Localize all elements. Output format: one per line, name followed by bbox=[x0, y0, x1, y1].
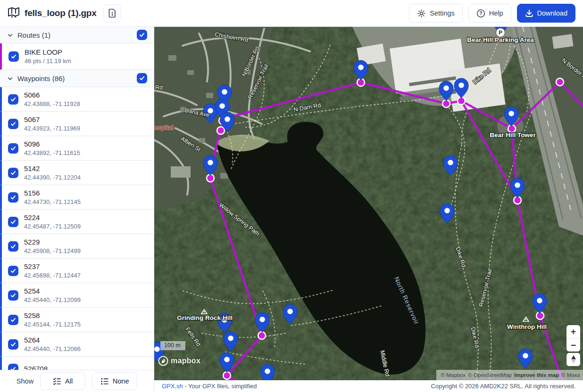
map-canvas[interactable]: PChisholm RdDana AveN Border RdReservoir… bbox=[154, 27, 583, 380]
mapbox-wordmark: mapbox bbox=[171, 357, 200, 365]
route-point-dot[interactable] bbox=[217, 127, 225, 134]
waypoint-row[interactable]: 509642.43892, -71.11615 bbox=[0, 136, 154, 161]
select-none-label: None bbox=[113, 377, 129, 385]
waypoint-coords: 42.45487, -71.12509 bbox=[24, 223, 81, 230]
waypoint-checkbox[interactable] bbox=[8, 241, 18, 252]
select-none-button[interactable]: None bbox=[92, 372, 137, 390]
waypoint-checkbox[interactable] bbox=[8, 94, 18, 105]
app-brand: fells_loop (1).gpx bbox=[8, 7, 97, 20]
waypoint-coords: 42.45698, -71.12447 bbox=[24, 272, 81, 279]
waypoint-checkbox[interactable] bbox=[8, 315, 18, 325]
help-icon: ? bbox=[476, 9, 485, 18]
waypoint-row[interactable]: 526708 bbox=[0, 357, 154, 370]
sidebar: Routes (1) BIKE LOOP 46 pts / 11.19 km W… bbox=[0, 27, 154, 392]
improve-map-link[interactable]: Improve this map bbox=[514, 372, 559, 378]
waypoint-coords: 42.45144, -71.12175 bbox=[24, 321, 81, 328]
waypoint-pin[interactable] bbox=[260, 364, 275, 380]
settings-label: Settings bbox=[430, 9, 454, 17]
top-bar-actions: Settings ? Help Download bbox=[409, 4, 575, 23]
route-checkbox[interactable] bbox=[8, 51, 19, 62]
map-label: Winthrop Hill bbox=[507, 323, 547, 330]
route-point-dot[interactable] bbox=[223, 372, 231, 379]
waypoint-checkbox[interactable] bbox=[8, 364, 18, 370]
chevron-down-icon[interactable] bbox=[7, 75, 13, 82]
mapbox-logo[interactable]: mapbox bbox=[158, 356, 200, 366]
waypoint-coords: 42.44390, -71.12204 bbox=[24, 174, 81, 181]
routes-header-label: Routes (1) bbox=[17, 31, 50, 39]
waypoint-name: 526708 bbox=[24, 365, 48, 370]
route-meta: 46 pts / 11.19 km bbox=[25, 57, 71, 65]
waypoint-row[interactable]: 514242.44390, -71.12204 bbox=[0, 161, 154, 185]
waypoint-row[interactable]: 515642.44730, -71.12145 bbox=[0, 185, 154, 210]
waypoint-row[interactable]: 525842.45144, -71.12175 bbox=[0, 308, 154, 332]
waypoint-name: 5254 bbox=[24, 287, 81, 295]
waypoint-checkbox[interactable] bbox=[8, 217, 18, 227]
waypoint-checkbox[interactable] bbox=[8, 143, 18, 154]
zoom-in-button[interactable]: + bbox=[566, 325, 580, 338]
footer-tagline: - Your GPX files, simplified bbox=[183, 383, 257, 390]
parking-icon: P bbox=[496, 28, 505, 37]
waypoint-name: 5264 bbox=[24, 336, 81, 344]
routes-section-header[interactable]: Routes (1) bbox=[0, 27, 154, 43]
gpx-sh-link[interactable]: GPX.sh bbox=[162, 383, 183, 390]
route-point-dot[interactable] bbox=[258, 332, 266, 339]
show-label: Show bbox=[17, 377, 33, 385]
waypoint-checkbox[interactable] bbox=[8, 192, 18, 203]
waypoints-section-header[interactable]: Waypoints (86) bbox=[0, 70, 154, 87]
file-title: fells_loop (1).gpx bbox=[25, 8, 97, 18]
map-label: Bear Hill Tower bbox=[490, 131, 536, 139]
waypoint-name: 5067 bbox=[24, 115, 80, 124]
gpx-viewer-app: fells_loop (1).gpx Settings ? bbox=[0, 0, 583, 392]
file-info-icon bbox=[108, 8, 117, 18]
checklist-icon bbox=[53, 377, 61, 385]
route-row[interactable]: BIKE LOOP 46 pts / 11.19 km bbox=[0, 43, 154, 70]
waypoints-header-label: Waypoints (86) bbox=[17, 74, 65, 82]
waypoint-checkbox[interactable] bbox=[8, 168, 18, 178]
list-icon bbox=[100, 377, 109, 385]
download-button[interactable]: Download bbox=[517, 4, 576, 23]
map-controls: + − bbox=[566, 325, 580, 366]
file-info-button[interactable] bbox=[103, 4, 121, 22]
waypoint-name: 5142 bbox=[24, 164, 81, 173]
attribution-maxar[interactable]: © Maxa bbox=[561, 372, 580, 378]
attribution-mapbox[interactable]: © Mapbox bbox=[441, 372, 466, 378]
mapbox-icon bbox=[158, 356, 168, 366]
waypoint-coords: 42.45908, -71.12499 bbox=[24, 247, 81, 255]
waypoint-row[interactable]: 522442.45487, -71.12509 bbox=[0, 210, 154, 234]
help-button[interactable]: ? Help bbox=[468, 4, 511, 23]
download-label: Download bbox=[537, 9, 568, 17]
waypoint-row[interactable]: 526442.45440, -71.12066 bbox=[0, 332, 154, 357]
map-label: ospital bbox=[154, 124, 174, 131]
top-bar: fells_loop (1).gpx Settings ? bbox=[0, 0, 583, 27]
map-label: Bear Hill Parking Area bbox=[467, 36, 534, 43]
route-name: BIKE LOOP bbox=[25, 48, 71, 57]
waypoint-row[interactable]: 506642.43888, -71.11928 bbox=[0, 87, 154, 112]
map-label: Grinding Rock Hill bbox=[177, 314, 233, 321]
waypoint-checkbox[interactable] bbox=[8, 266, 18, 276]
select-all-button[interactable]: All bbox=[40, 372, 85, 390]
sidebar-footer: Show All None bbox=[0, 370, 154, 392]
waypoint-row[interactable]: 522942.45908, -71.12499 bbox=[0, 234, 154, 259]
waypoint-coords: 42.43892, -71.11615 bbox=[24, 149, 80, 157]
routes-toggle-checkbox[interactable] bbox=[137, 30, 147, 40]
waypoint-checkbox[interactable] bbox=[8, 119, 18, 129]
map-attribution: © Mapbox © OpenStreetMap Improve this ma… bbox=[436, 370, 583, 380]
waypoint-row[interactable]: 506742.43923, -71.11969 bbox=[0, 112, 154, 136]
route-point-dot[interactable] bbox=[556, 78, 564, 86]
compass-button[interactable] bbox=[566, 353, 580, 366]
map-label: Rd bbox=[155, 84, 163, 91]
waypoint-checkbox[interactable] bbox=[8, 339, 18, 350]
zoom-out-button[interactable]: − bbox=[566, 338, 580, 351]
settings-button[interactable]: Settings bbox=[409, 4, 462, 23]
download-icon bbox=[525, 9, 533, 17]
select-all-label: All bbox=[65, 377, 73, 385]
waypoint-checkbox[interactable] bbox=[8, 290, 18, 301]
waypoints-toggle-checkbox[interactable] bbox=[137, 73, 147, 83]
waypoint-row[interactable]: 525442.45440, -71.12099 bbox=[0, 283, 154, 308]
chevron-down-icon[interactable] bbox=[7, 32, 13, 38]
waypoint-coords: 42.43923, -71.11969 bbox=[24, 125, 80, 132]
waypoint-row[interactable]: 523742.45698, -71.12447 bbox=[0, 259, 154, 283]
attribution-osm[interactable]: © OpenStreetMap bbox=[468, 372, 512, 378]
waypoint-name: 5258 bbox=[24, 311, 81, 320]
waypoint-list: 506642.43888, -71.11928506742.43923, -71… bbox=[0, 87, 154, 370]
